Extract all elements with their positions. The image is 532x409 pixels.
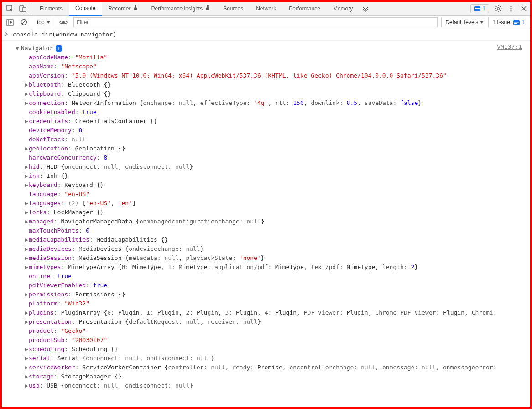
device-toolbar-icon[interactable] bbox=[17, 3, 28, 14]
property-row[interactable]: ▶serviceWorkerServiceWorkerContainer {co… bbox=[25, 363, 527, 372]
property-row: maxTouchPoints0 bbox=[25, 226, 527, 235]
preview-token: downlink bbox=[311, 99, 346, 106]
disclosure-triangle-icon[interactable]: ▶ bbox=[25, 217, 29, 226]
property-row: productSub"20030107" bbox=[25, 336, 527, 345]
disclosure-triangle-icon[interactable]: ▶ bbox=[25, 317, 29, 326]
property-row[interactable]: ▶geolocationGeolocation {} bbox=[25, 144, 527, 153]
disclosure-triangle-icon[interactable]: ▶ bbox=[25, 244, 29, 254]
property-row[interactable]: ▶usbUSB {onconnectnull, ondisconnectnull… bbox=[25, 381, 527, 390]
issues-button[interactable]: 1 Issue: 1 bbox=[488, 17, 528, 27]
show-sidebar-icon[interactable] bbox=[5, 17, 16, 28]
disclosure-triangle-icon[interactable]: ▶ bbox=[25, 235, 29, 244]
property-key: languages bbox=[29, 200, 68, 207]
property-row[interactable]: ▶hidHID {onconnectnull, ondisconnectnull… bbox=[25, 162, 527, 171]
property-row[interactable]: ▶managedNavigatorManagedData {onmanagedc… bbox=[25, 217, 527, 226]
preview-token: onconnect bbox=[64, 163, 104, 170]
disclosure-triangle-icon[interactable]: ▼ bbox=[16, 44, 19, 53]
property-row[interactable]: ▶locksLockManager {} bbox=[25, 208, 527, 217]
property-row[interactable]: ▶inkInk {} bbox=[25, 171, 527, 181]
property-row[interactable]: ▶storageStorageManager {} bbox=[25, 372, 527, 381]
context-selector[interactable]: top bbox=[34, 17, 53, 27]
close-devtools-icon[interactable] bbox=[518, 3, 529, 14]
disclosure-triangle-icon[interactable]: ▶ bbox=[25, 363, 29, 372]
tab-performance-insights[interactable]: Performance insights bbox=[145, 2, 217, 15]
property-row[interactable]: ▶pluginsPluginArray {0Plugin, 1Plugin, 2… bbox=[25, 308, 527, 317]
disclosure-triangle-icon[interactable]: ▶ bbox=[25, 381, 29, 390]
disclosure-triangle-icon[interactable]: ▶ bbox=[25, 162, 29, 171]
property-key: serial bbox=[29, 355, 57, 362]
property-row[interactable]: ▶presentationPresentation {defaultReques… bbox=[25, 317, 527, 326]
preview-token: 1 bbox=[146, 309, 157, 316]
disclosure-triangle-icon[interactable]: ▶ bbox=[25, 98, 29, 108]
preview-token: , bbox=[200, 318, 208, 325]
filter-input[interactable] bbox=[73, 17, 438, 27]
preview-token: ] bbox=[132, 200, 136, 207]
property-row: deviceMemory8 bbox=[25, 126, 527, 135]
property-row[interactable]: ▶mediaCapabilitiesMediaCapabilities {} bbox=[25, 235, 527, 244]
disclosure-triangle-icon[interactable]: ▶ bbox=[25, 181, 29, 190]
disclosure-triangle-icon[interactable]: ▶ bbox=[25, 144, 29, 153]
preview-token: length bbox=[382, 264, 411, 270]
log-levels-label: Default levels bbox=[445, 19, 478, 26]
disclosure-triangle-icon[interactable]: ▶ bbox=[25, 199, 29, 208]
disclosure-triangle-icon[interactable]: ▶ bbox=[25, 208, 29, 217]
disclosure-triangle-icon[interactable]: ▶ bbox=[25, 290, 29, 299]
property-row[interactable]: ▶mimeTypesMimeTypeArray {0MimeType, 1Mim… bbox=[25, 263, 527, 272]
tab-label: Performance bbox=[289, 5, 320, 12]
property-row[interactable]: ▶credentialsCredentialsContainer {} bbox=[25, 117, 527, 126]
preview-token: Clipboard {} bbox=[68, 90, 111, 97]
disclosure-triangle-icon[interactable]: ▶ bbox=[25, 308, 29, 317]
preview-token: Plugin, bbox=[118, 309, 147, 316]
tab-sources[interactable]: Sources bbox=[217, 2, 250, 15]
property-row[interactable]: ▶connectionNetworkInformation {onchangen… bbox=[25, 98, 527, 108]
property-key: connection bbox=[29, 99, 72, 106]
preview-token: , bbox=[225, 364, 233, 371]
property-row: appVersion"5.0 (Windows NT 10.0; Win64; … bbox=[25, 71, 527, 80]
property-value: null bbox=[72, 136, 86, 143]
preview-token: LockManager {} bbox=[54, 209, 104, 216]
property-row[interactable]: ▶bluetoothBluetooth {} bbox=[25, 80, 527, 89]
tab-elements[interactable]: Elements bbox=[33, 2, 69, 15]
tab-console[interactable]: Console bbox=[69, 2, 102, 16]
property-row[interactable]: ▶permissionsPermissions {} bbox=[25, 290, 527, 299]
live-expression-icon[interactable] bbox=[58, 17, 69, 28]
property-key: language bbox=[29, 191, 64, 197]
svg-rect-4 bbox=[475, 8, 480, 9]
object-header[interactable]: ▼ Navigator i bbox=[16, 44, 527, 53]
disclosure-triangle-icon[interactable]: ▶ bbox=[25, 117, 29, 126]
property-row: product"Gecko" bbox=[25, 326, 527, 336]
settings-icon[interactable] bbox=[493, 3, 504, 14]
property-row[interactable]: ▶mediaSessionMediaSession {metadatanull,… bbox=[25, 254, 527, 263]
vm-link[interactable]: VM137:1 bbox=[497, 42, 522, 52]
property-row[interactable]: ▶mediaDevicesMediaDevices {ondevicechang… bbox=[25, 244, 527, 254]
disclosure-triangle-icon[interactable]: ▶ bbox=[25, 345, 29, 354]
preview-token: null bbox=[197, 355, 211, 362]
clear-console-icon[interactable] bbox=[18, 17, 29, 28]
tab-memory[interactable]: Memory bbox=[327, 2, 359, 15]
tab-performance[interactable]: Performance bbox=[282, 2, 327, 15]
log-levels-selector[interactable]: Default levels bbox=[441, 17, 487, 27]
tab-network[interactable]: Network bbox=[250, 2, 282, 15]
kebab-menu-icon[interactable] bbox=[506, 3, 516, 14]
inspect-element-icon[interactable] bbox=[5, 3, 16, 14]
preview-token: Plugin, bbox=[197, 309, 225, 316]
issues-indicator[interactable]: 1 bbox=[470, 4, 489, 13]
disclosure-triangle-icon[interactable]: ▶ bbox=[25, 89, 29, 98]
disclosure-triangle-icon[interactable]: ▶ bbox=[25, 80, 29, 89]
property-row[interactable]: ▶clipboardClipboard {} bbox=[25, 89, 527, 98]
more-tabs-icon[interactable] bbox=[360, 3, 371, 14]
info-badge-icon[interactable]: i bbox=[56, 45, 62, 52]
tab-recorder[interactable]: Recorder bbox=[102, 2, 145, 15]
disclosure-triangle-icon[interactable]: ▶ bbox=[25, 171, 29, 181]
disclosure-triangle-icon[interactable]: ▶ bbox=[25, 372, 29, 381]
property-row[interactable]: ▶schedulingScheduling {} bbox=[25, 345, 527, 354]
property-key: scheduling bbox=[29, 346, 72, 352]
property-row[interactable]: ▶languages(2) ['en-US', 'en'] bbox=[25, 199, 527, 208]
preview-token: Chrome PDF Viewer bbox=[375, 309, 443, 316]
property-row: appName"Netscape" bbox=[25, 62, 527, 71]
disclosure-triangle-icon[interactable]: ▶ bbox=[25, 263, 29, 272]
property-row[interactable]: ▶keyboardKeyboard {} bbox=[25, 181, 527, 190]
property-row[interactable]: ▶serialSerial {onconnectnull, ondisconne… bbox=[25, 354, 527, 363]
disclosure-triangle-icon[interactable]: ▶ bbox=[25, 354, 29, 363]
disclosure-triangle-icon[interactable]: ▶ bbox=[25, 254, 29, 263]
